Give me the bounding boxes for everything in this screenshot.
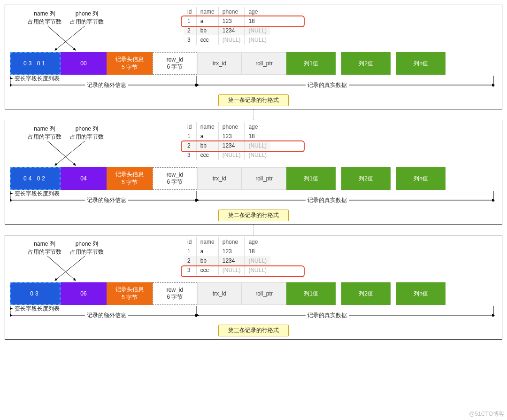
row-id-box: row_id 6 字节	[153, 282, 197, 305]
connector-line	[254, 109, 254, 120]
real-data-label: 记录的真实数据	[306, 311, 349, 319]
svg-line-10	[47, 141, 76, 165]
record-caption: 第三条记录的行格式	[218, 325, 289, 336]
dimension-lines	[10, 76, 498, 93]
varlen-list-label: 变长字段长度列表	[13, 305, 61, 313]
source-table: idnamephoneage1a123182bb1234(NULL)3ccc(N…	[184, 122, 270, 160]
varlen-bytes-box: 03 01	[10, 52, 61, 75]
source-table: idnamephoneage1a123182bb1234(NULL)3ccc(N…	[184, 237, 270, 275]
varlen-list-label: 变长字段长度列表	[13, 75, 61, 83]
svg-line-11	[55, 141, 85, 165]
col2-box: 列2值	[341, 167, 391, 190]
header-info-box: 记录头信息 5 字节	[107, 167, 153, 190]
varlen-bytes-box: 04 02	[10, 167, 61, 190]
col2-box: 列2值	[341, 52, 391, 75]
source-table: idnamephoneage1a123182bb1234(NULL)3ccc(N…	[184, 7, 270, 45]
row-format-blocks: 03 0100记录头信息 5 字节row_id 6 字节trx_idroll_p…	[10, 52, 497, 75]
svg-line-1	[55, 26, 85, 50]
coln-box: 列n值	[396, 167, 446, 190]
real-data-label: 记录的真实数据	[306, 81, 349, 89]
varlen-list-label: 变长字段长度列表	[13, 190, 61, 198]
col1-box: 列1值	[286, 52, 336, 75]
svg-line-20	[47, 256, 76, 280]
coln-box: 列n值	[396, 52, 446, 75]
dimension-lines	[10, 306, 498, 323]
row-id-box: row_id 6 字节	[153, 52, 197, 75]
header-info-box: 记录头信息 5 字节	[107, 282, 153, 305]
arrows	[10, 9, 132, 54]
null-bitmap-box: 06	[61, 282, 107, 305]
roll-ptr-box: roll_ptr	[242, 167, 286, 190]
dimension-lines	[10, 191, 498, 208]
null-bitmap-box: 00	[61, 52, 107, 75]
trx-id-box: trx_id	[197, 167, 242, 190]
roll-ptr-box: roll_ptr	[242, 282, 286, 305]
varlen-bytes-box: 03	[10, 282, 61, 305]
row-format-blocks: 0306记录头信息 5 字节row_id 6 字节trx_idroll_ptr列…	[10, 282, 497, 305]
col1-box: 列1值	[286, 167, 336, 190]
extra-info-label: 记录的额外信息	[85, 81, 128, 89]
extra-info-label: 记录的额外信息	[85, 196, 128, 204]
record-panel: name 列占用的字节数phone 列占用的字节数idnamephoneage1…	[5, 235, 502, 340]
header-info-box: 记录头信息 5 字节	[107, 52, 153, 75]
col1-box: 列1值	[286, 282, 336, 305]
trx-id-box: trx_id	[197, 282, 242, 305]
null-bitmap-box: 04	[61, 167, 107, 190]
svg-line-0	[47, 26, 76, 50]
trx-id-box: trx_id	[197, 52, 242, 75]
coln-box: 列n值	[396, 282, 446, 305]
connector-line	[254, 225, 254, 235]
extra-info-label: 记录的额外信息	[85, 311, 128, 319]
arrows	[10, 124, 132, 169]
record-panel: name 列占用的字节数phone 列占用的字节数idnamephoneage1…	[5, 120, 502, 225]
row-format-blocks: 04 0204记录头信息 5 字节row_id 6 字节trx_idroll_p…	[10, 167, 497, 190]
col2-box: 列2值	[341, 282, 391, 305]
arrows	[10, 239, 132, 284]
svg-line-21	[55, 256, 85, 280]
record-panel: name 列占用的字节数phone 列占用的字节数idnamephoneage1…	[5, 5, 502, 109]
record-caption: 第一条记录的行格式	[218, 94, 289, 106]
record-caption: 第二条记录的行格式	[218, 210, 289, 221]
row-id-box: row_id 6 字节	[153, 167, 197, 190]
real-data-label: 记录的真实数据	[306, 196, 349, 204]
roll-ptr-box: roll_ptr	[242, 52, 286, 75]
